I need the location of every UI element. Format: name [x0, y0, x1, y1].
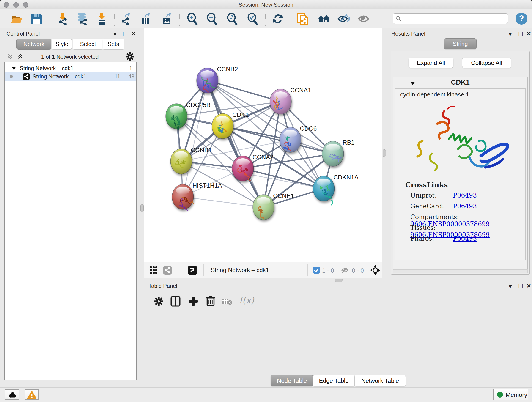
network-view-toolbar: String Network – cdk1 1 - 0 0 - 0: [144, 262, 382, 279]
crosslink-label: GeneCard:: [410, 203, 453, 210]
control-panel-close-icon[interactable]: ✕: [131, 31, 136, 37]
tab-style[interactable]: Style: [52, 38, 72, 50]
crosslink-label: Pharos:: [410, 235, 453, 242]
search-input[interactable]: [403, 14, 506, 23]
control-panel-title: Control Panel: [6, 31, 40, 37]
title-bar: Session: New Session: [0, 0, 532, 9]
show-all-icon[interactable]: [357, 12, 370, 25]
table-panel-title: Table Panel: [148, 283, 177, 289]
control-panel: Control Panel ▼ □ ✕ NetworkStyleSelectSe…: [0, 28, 140, 385]
export-image-icon[interactable]: [160, 12, 173, 25]
network-node-cdkn1a[interactable]: CDKN1A: [313, 174, 359, 205]
crosslink-value-link[interactable]: P06493: [453, 192, 477, 199]
delete-column-icon[interactable]: [206, 296, 215, 307]
memory-button[interactable]: Memory: [493, 389, 528, 400]
selected-node-edge-counts: 1 - 0: [322, 267, 334, 274]
network-node-ccna2[interactable]: CCNA2: [232, 154, 273, 181]
tab-network-table[interactable]: Network Table: [355, 375, 406, 386]
node-label: CDC6: [300, 125, 317, 132]
refresh-icon[interactable]: [272, 12, 284, 25]
view-toolbar-divider: [179, 264, 179, 276]
collapse-all-button[interactable]: Collapse All: [462, 57, 511, 68]
network-collection-row[interactable]: String Network – cdk1 1: [5, 64, 136, 72]
expand-all-button[interactable]: Expand All: [409, 57, 453, 68]
splitter-handle-right[interactable]: [383, 149, 386, 157]
network-collection-count: 1: [129, 65, 132, 71]
string-import-icon[interactable]: [297, 12, 309, 25]
memory-status-dot: [497, 392, 503, 398]
zoom-selected-icon[interactable]: [246, 12, 259, 25]
network-node-count: 11: [114, 73, 120, 80]
cloud-icon: [7, 391, 17, 398]
tab-edge-table[interactable]: Edge Table: [313, 375, 355, 386]
crosslink-value-link[interactable]: P06493: [453, 203, 477, 210]
protein-name: CDK1: [393, 78, 527, 86]
network-view-icon[interactable]: [163, 266, 172, 274]
network-edge[interactable]: [183, 80, 207, 197]
function-builder-icon[interactable]: f(x): [239, 295, 254, 305]
import-network-icon[interactable]: [56, 12, 69, 25]
table-options-gear-icon[interactable]: [154, 297, 164, 306]
zoom-out-icon[interactable]: [206, 12, 219, 25]
grid-view-icon[interactable]: [149, 266, 158, 274]
network-options-gear-icon[interactable]: [126, 52, 134, 61]
network-node-ccnb1[interactable]: CCNB1: [171, 147, 212, 174]
zoom-fit-icon[interactable]: [226, 12, 239, 25]
network-node-ccna1[interactable]: CCNA1: [270, 87, 311, 114]
tab-network[interactable]: Network: [17, 38, 51, 50]
network-collection-label: String Network – cdk1: [20, 65, 74, 71]
tab-node-table[interactable]: Node Table: [271, 375, 313, 386]
open-session-icon[interactable]: [10, 12, 23, 25]
add-column-icon[interactable]: [188, 296, 198, 307]
zoom-in-icon[interactable]: [186, 12, 199, 25]
control-panel-menu-icon[interactable]: ▼: [112, 31, 118, 37]
results-panel-close-icon[interactable]: ✕: [526, 31, 531, 37]
warning-icon: [27, 390, 37, 399]
show-columns-icon[interactable]: [171, 296, 181, 307]
control-panel-float-icon[interactable]: □: [123, 30, 127, 37]
network-row-selected[interactable]: String Network – cdk1 11 48: [5, 72, 136, 81]
table-panel-close-icon[interactable]: ✕: [526, 283, 531, 289]
tab-string[interactable]: String: [444, 38, 476, 49]
tab-sets[interactable]: Sets: [103, 38, 124, 50]
cloud-button[interactable]: [5, 389, 19, 400]
splitter-handle-left[interactable]: [140, 204, 144, 212]
birdseye-crosshair-icon[interactable]: [370, 265, 381, 276]
node-label: CCNB1: [191, 147, 212, 153]
import-database-icon[interactable]: [76, 12, 89, 25]
network-edge-count: 48: [128, 73, 134, 80]
detach-view-icon[interactable]: [188, 266, 197, 275]
view-toolbar-divider: [367, 264, 367, 276]
network-canvas[interactable]: CCNB2CCNA1CDC25BCDK1CDC6RB1CCNB1CCNA2CDK…: [144, 28, 382, 262]
results-hscroll-track[interactable]: [393, 269, 528, 273]
network-node-cdk1[interactable]: CDK1: [212, 111, 249, 139]
network-node-hist1h1a[interactable]: HIST1H1A: [172, 182, 222, 211]
home-icon[interactable]: [317, 12, 330, 25]
network-node-rb1[interactable]: RB1: [322, 139, 355, 166]
help-button[interactable]: ?: [515, 13, 527, 25]
results-panel-float-icon[interactable]: □: [519, 30, 523, 37]
tree-expander-icon[interactable]: [12, 66, 16, 70]
crosslink-value-link[interactable]: P06493: [453, 235, 477, 242]
table-panel-float-icon[interactable]: □: [519, 282, 523, 290]
node-label: CDK1: [232, 111, 249, 118]
tab-select[interactable]: Select: [73, 38, 103, 50]
import-table-icon[interactable]: [95, 12, 108, 25]
network-edge[interactable]: [183, 197, 264, 207]
string-results-card: Expand All Collapse All CDK1 cyclin-depe…: [391, 51, 530, 274]
export-network-icon[interactable]: [120, 12, 133, 25]
results-panel-menu-icon[interactable]: ▼: [507, 31, 513, 37]
protein-section: CDK1 cyclin-dependent kinase 1: [393, 77, 528, 269]
export-table-icon[interactable]: [139, 12, 152, 25]
table-panel-menu-icon[interactable]: ▼: [507, 283, 513, 290]
string-network-icon: [23, 73, 30, 80]
hide-selected-icon[interactable]: [337, 12, 350, 25]
warnings-button[interactable]: [25, 389, 39, 400]
save-session-icon[interactable]: [30, 12, 43, 25]
selected-checkbox-icon[interactable]: [313, 267, 320, 274]
memory-label: Memory: [506, 391, 527, 399]
network-node-ccne1[interactable]: CCNE1: [253, 192, 294, 220]
network-node-ccnb2[interactable]: CCNB2: [196, 66, 238, 93]
toolbar-divider: [49, 12, 50, 26]
delete-table-icon[interactable]: [222, 298, 232, 305]
